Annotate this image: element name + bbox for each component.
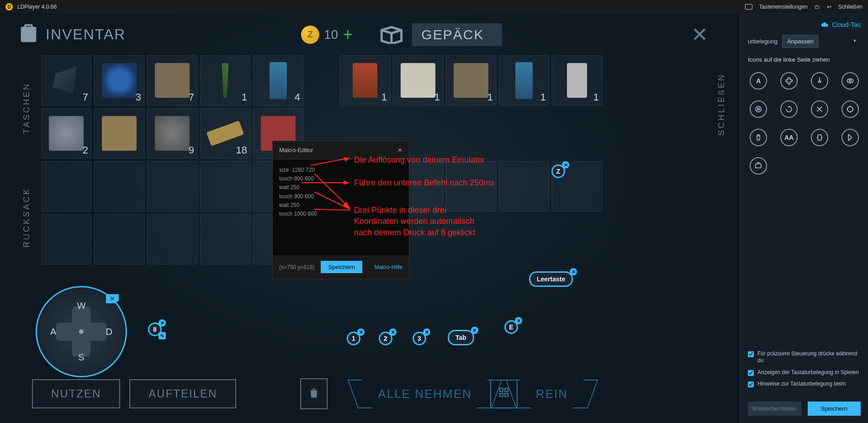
restore-button[interactable]: Wiederherstellen: [748, 402, 801, 416]
marker-close-icon[interactable]: ✕: [423, 328, 430, 336]
back-arrow-icon[interactable]: ↩: [827, 4, 831, 10]
inventory-slot[interactable]: [200, 161, 250, 212]
inventory-slot[interactable]: 1: [446, 55, 496, 106]
inventory-slot[interactable]: [200, 214, 250, 264]
inventory-slot[interactable]: [147, 161, 197, 212]
check-show-mapping[interactable]: Anzeigen der Tastaturbelegung in Spielen: [748, 369, 861, 376]
close-label[interactable]: Schließen: [838, 4, 863, 10]
macro-close-button[interactable]: ✕: [397, 147, 402, 153]
inventory-slot[interactable]: [147, 214, 197, 264]
app-logo-icon: D: [5, 3, 13, 11]
inventory-slot[interactable]: 1: [393, 55, 443, 106]
coin-count: 10: [324, 27, 338, 42]
inventory-slot[interactable]: [446, 161, 496, 212]
taschen-label: TASCHEN: [22, 82, 32, 134]
tool-mouse-icon[interactable]: [750, 129, 767, 146]
keysettings-label[interactable]: Tasteneinstellungen: [759, 4, 808, 10]
marker-close-icon[interactable]: ✕: [562, 161, 569, 169]
alle-nehmen-button[interactable]: ALLE NEHMEN: [364, 380, 486, 408]
dpad-key-a: A: [50, 327, 56, 337]
key-marker-space[interactable]: Leertaste✕: [529, 271, 573, 287]
svg-rect-20: [756, 164, 761, 168]
inventory-slot[interactable]: [94, 214, 144, 264]
tool-combat-icon[interactable]: [811, 100, 828, 118]
marker-close-icon[interactable]: ✕: [389, 328, 397, 336]
drag-hint: Icons auf die linke Seite ziehen: [748, 56, 861, 63]
macro-textarea[interactable]: size 1280 720touch 800 600wait 250touch …: [273, 159, 409, 255]
inventory-slot[interactable]: [94, 161, 144, 212]
dpad-control[interactable]: ✕ W A S D: [36, 286, 127, 377]
nutzen-button[interactable]: NUTZEN: [32, 379, 120, 408]
inventory-slot[interactable]: 1: [340, 55, 390, 106]
inventory-slot[interactable]: [41, 214, 91, 264]
key-marker-z[interactable]: Z✕: [551, 164, 565, 178]
cloud-link[interactable]: Cloud-Tas: [748, 21, 861, 28]
bottom-button-bar: NUTZEN AUFTEILEN ALLE NEHMEN REIN: [32, 378, 722, 409]
tool-tilt-icon[interactable]: [811, 129, 828, 146]
marker-close-icon[interactable]: ✕: [515, 317, 522, 324]
tool-joystick-icon[interactable]: [750, 100, 767, 118]
belegung-label: urbelegung: [748, 38, 778, 45]
inventory-slot[interactable]: 7: [147, 55, 197, 106]
schliessen-label[interactable]: SCHLIEßEN: [717, 73, 726, 136]
keymapping-side-panel: Cloud-Tas urbelegung Anpassen Icons auf …: [740, 14, 868, 423]
game-area: INVENTAR Z 10 + GEPÄCK ✕ TASCHEN RUCKSAC…: [0, 14, 740, 423]
dpad-close-button[interactable]: ✕: [106, 294, 119, 303]
key-marker-e[interactable]: E✕: [504, 320, 518, 334]
save-button[interactable]: Speichern: [808, 402, 861, 416]
tool-icon-grid: A AA: [748, 72, 861, 174]
marker-close-icon[interactable]: ✕: [570, 268, 577, 275]
rucksack-label: RUCKSACK: [22, 187, 32, 248]
svg-point-13: [849, 80, 851, 82]
add-coins-button[interactable]: +: [343, 25, 353, 44]
marker-edit-icon[interactable]: ✎: [159, 332, 166, 339]
inventory-slot[interactable]: 1: [499, 55, 549, 106]
macro-save-button[interactable]: Speichern: [321, 261, 362, 273]
tool-key-icon[interactable]: A: [750, 72, 767, 90]
inventory-slot[interactable]: [41, 161, 91, 212]
inventory-slot[interactable]: 9: [147, 108, 197, 159]
key-marker-8[interactable]: 8✕✎: [148, 323, 162, 336]
belegung-select[interactable]: Anpassen: [782, 35, 819, 48]
tool-text-icon[interactable]: AA: [780, 129, 798, 146]
inventory-slot[interactable]: 1: [552, 55, 602, 106]
trash-button[interactable]: [300, 378, 328, 409]
game-header: INVENTAR Z 10 + GEPÄCK ✕: [0, 14, 740, 55]
inventory-slot[interactable]: 2: [41, 108, 91, 159]
macro-help-link[interactable]: Makro-Hilfe: [375, 264, 402, 270]
tool-rotate-icon[interactable]: [780, 100, 798, 118]
tool-dpad-icon[interactable]: [780, 72, 798, 90]
tool-screenshot-icon[interactable]: [750, 157, 767, 174]
marker-close-icon[interactable]: ✕: [357, 328, 365, 336]
marker-close-icon[interactable]: ✕: [159, 319, 166, 327]
svg-rect-19: [818, 135, 821, 140]
tool-macro-icon[interactable]: [842, 129, 859, 146]
inventory-slot[interactable]: 4: [253, 55, 303, 106]
svg-rect-1: [505, 388, 508, 391]
dpad-key-s: S: [78, 352, 84, 363]
inventory-slot[interactable]: 3: [94, 55, 144, 106]
inventory-slot[interactable]: [499, 161, 549, 212]
check-hints[interactable]: Hinweise zur Tastaturbelegung beim: [748, 381, 861, 388]
close-inventory-button[interactable]: ✕: [677, 23, 722, 46]
tool-scope-icon[interactable]: [842, 100, 859, 118]
inventory-slot[interactable]: [94, 108, 144, 159]
inventory-slot[interactable]: 1: [200, 55, 250, 106]
key-marker-2[interactable]: 2✕: [379, 332, 392, 345]
crate-icon: [380, 26, 403, 44]
key-marker-3[interactable]: 3✕: [413, 332, 426, 345]
rein-button[interactable]: REIN: [522, 380, 582, 408]
key-marker-tab[interactable]: Tab✕: [448, 330, 474, 345]
tool-view-icon[interactable]: [842, 72, 859, 90]
svg-point-12: [847, 79, 853, 83]
key-marker-1[interactable]: 1✕: [347, 332, 360, 345]
marker-close-icon[interactable]: ✕: [471, 327, 478, 334]
tool-fire-icon[interactable]: [811, 72, 828, 90]
aufteilen-button[interactable]: AUFTEILEN: [129, 379, 236, 408]
inventory-slot[interactable]: 18: [200, 108, 250, 159]
check-precise[interactable]: Für präzisere Steuerung drücke während d…: [748, 350, 861, 365]
svg-point-15: [757, 108, 760, 111]
inventory-slot[interactable]: 7: [41, 55, 91, 106]
dpad-key-d: D: [106, 327, 112, 337]
folder-icon[interactable]: 🗀: [815, 4, 820, 10]
